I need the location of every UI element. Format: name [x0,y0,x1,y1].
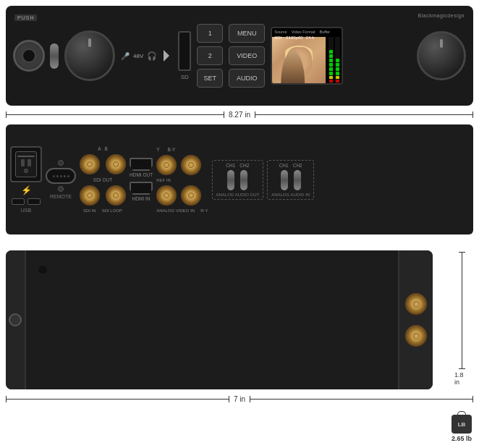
sdi-in-label: SDI IN [83,208,96,213]
button-set[interactable]: SET [197,69,223,88]
buffer-label: Buffer [320,30,331,34]
bnc-y [156,185,177,206]
level-meters [328,37,340,83]
y-label: Y [156,147,159,152]
bnc-r-y [181,185,201,206]
sdi-loop-label: SDI LOOP [102,208,122,213]
hdmi-section: HDMI OUT HDMI IN [130,158,153,201]
hdmi-in-label: HDMI IN [132,196,151,201]
audio-out-ch-labels: CH1 CH2 [226,163,249,168]
dim-line-right [255,114,473,115]
usb-label: USB [21,208,31,213]
analog-video-in-label: ANALOG VIDEO IN [156,208,195,213]
brand-logo: Blackmagicdesign [418,13,465,18]
audio-out-jacks [227,170,247,190]
dim-line-left [6,114,224,115]
audio-in-jack-1 [281,170,288,190]
menu-button[interactable]: MENU [229,24,265,43]
rear-panel: ⚡ USB REMOTE A [6,124,473,234]
headphone-icon: 🎧 [147,51,157,61]
format-value: 2160p60 [286,35,302,40]
hdmi-in-port [130,182,153,195]
side-dim-line-right [250,399,473,400]
side-bnc-2 [405,325,427,347]
audio-out-ch2-label: CH2 [240,163,249,168]
audio-out-jack-2 [240,170,247,190]
remote-section: REMOTE [46,160,76,199]
side-bnc-1 [405,293,427,315]
trs-jack [50,43,59,69]
db9-connector [46,168,76,184]
analog-video-section: Y B-Y REF IN ANALOG VIDEO IN R-Y [156,147,208,213]
buffer-value: 24 fr [306,35,315,40]
audio-in-jacks [281,170,301,190]
sdi-b-label: B [105,146,108,151]
svg-rect-1 [35,262,49,274]
audio-out-jack-1 [227,170,234,190]
bnc-ref-in [156,155,177,175]
y-bncs-bottom [156,185,208,206]
r-y-label3: R-Y [200,208,208,213]
weight-value: 2.65 lb [452,435,472,442]
video-button[interactable]: VIDEO [229,46,265,65]
weight-icon: LB [452,415,472,434]
volume-indicator [164,50,169,62]
usb-area [12,198,41,205]
ref-in-label: REF IN [156,178,171,182]
rear-dim-spacer [6,237,473,248]
sdi-in-bncs [80,185,126,206]
hdmi-out-area: HDMI OUT [130,158,153,177]
button-2[interactable]: 2 [197,46,223,65]
lcd-display: Source Video Format Buffer SDI 2160p60 2… [271,27,343,85]
bnc-sdi-loop [106,185,126,206]
sd-slot[interactable] [178,31,191,71]
xlr-connector [13,40,45,72]
vent-pattern [35,262,49,274]
side-left-conn-circle [9,313,22,326]
vent-area [26,250,398,389]
meter-bar-left [328,37,334,83]
weight-badge: LB 2.65 lb [452,415,472,442]
ref-r-y-bncs-top [156,155,208,175]
usb-port-1 [12,198,25,205]
number-buttons-area: 1 2 SET [197,24,223,88]
source-value: SDI [274,35,281,40]
usb-port-2 [27,198,41,205]
audio-in-ch2-label: CH2 [293,163,302,168]
button-1[interactable]: 1 [197,24,223,43]
v48-label: 48V [133,53,143,59]
lcd-header: Source Video Format Buffer [272,28,342,35]
right-knob[interactable] [417,31,466,80]
screw-bottom [58,186,64,192]
iec-inner [15,151,37,177]
analog-audio-in-label: ANALOG AUDIO IN [271,193,310,197]
bnc-b-y [181,155,201,175]
menu-buttons-area: MENU VIDEO AUDIO [229,24,265,88]
volume-knob[interactable] [64,30,115,81]
xlr-section [13,40,59,72]
hdmi-out-port [130,158,153,171]
audio-button[interactable]: AUDIO [229,69,265,88]
b-y-label: B-Y [167,147,175,152]
height-dimension: 1.8 in [454,252,469,388]
front-width-label: 8.27 in [224,111,255,119]
side-dim-line-left [6,399,229,400]
side-right-connectors [398,250,433,389]
analog-audio-out-section: CH1 CH2 ANALOG AUDIO OUT [212,160,264,200]
iec-section: ⚡ USB [10,146,42,213]
mic-icon: 🎤 [121,52,130,60]
iec-connector [10,146,42,182]
analog-audio-out-label: ANALOG AUDIO OUT [216,193,260,197]
side-left-connector [6,250,26,389]
push-label: PUSH [14,14,37,21]
sdi-out-label: SDI OUT [93,177,112,182]
thunderbolt-area: ⚡ [21,185,32,195]
front-panel: PUSH 🎤 48V 🎧 SD 1 2 SET MENU V [6,6,473,106]
meter-bar-right [335,37,340,83]
sdi-out-bncs [80,154,126,174]
remote-label: REMOTE [50,194,72,199]
audio-in-jack-2 [294,170,301,190]
side-width-dimension: 7 in [6,394,473,404]
sd-slot-area: SD [178,31,191,80]
audio-in-ch1-label: CH1 [279,163,289,168]
